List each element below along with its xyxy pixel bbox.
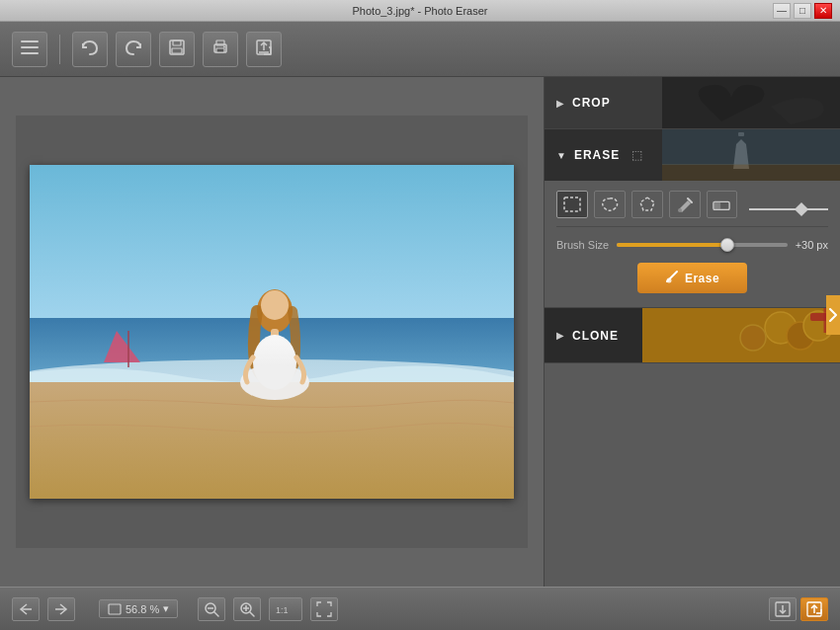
right-panel: ▶ CROP (544, 77, 840, 587)
svg-rect-2 (21, 52, 39, 54)
erase-button-row: Erase (556, 263, 828, 293)
erase-header[interactable]: ▼ ERASE ⬚ (545, 129, 840, 181)
brush-size-label: Brush Size (556, 239, 609, 251)
polygon-select-tool[interactable] (631, 191, 663, 218)
erase-button[interactable]: Erase (637, 263, 747, 293)
frame-icon (108, 603, 122, 615)
minimize-button[interactable]: — (773, 3, 791, 19)
menu-icon (21, 40, 39, 58)
zoom-out-button[interactable] (198, 597, 225, 621)
erase-section: ▼ ERASE ⬚ (545, 129, 840, 308)
undo-icon (81, 39, 99, 59)
erase-title: ERASE (574, 148, 620, 162)
svg-point-23 (261, 290, 289, 320)
bottom-right-buttons (769, 597, 828, 621)
svg-rect-5 (172, 48, 182, 53)
export-panel-button[interactable] (800, 597, 828, 621)
svg-line-48 (214, 612, 218, 616)
prev-frame-button[interactable] (12, 597, 40, 621)
tools-row (556, 191, 828, 227)
fit-zoom-button[interactable]: 1:1 (269, 597, 302, 621)
clone-section: ▶ CLONE (545, 308, 840, 363)
svg-rect-33 (714, 201, 720, 209)
right-panel-toggle[interactable] (826, 295, 840, 335)
zoom-value: 56.8 % (126, 603, 159, 615)
erase-content: Brush Size +30 px (545, 181, 840, 307)
arrow-right-icon (829, 308, 837, 322)
fit-page-button[interactable] (310, 597, 338, 621)
canvas-area[interactable] (0, 77, 544, 587)
brush-value: +30 px (796, 239, 828, 251)
menu-button[interactable] (12, 32, 47, 67)
next-frame-button[interactable] (47, 597, 75, 621)
redo-icon (125, 39, 142, 59)
svg-rect-29 (564, 197, 580, 211)
svg-rect-0 (21, 40, 39, 42)
svg-rect-28 (662, 129, 840, 165)
zoom-dropdown-icon: ▾ (163, 602, 169, 615)
clone-title: CLONE (572, 329, 619, 343)
export-button[interactable] (246, 32, 282, 67)
fit-page-icon (316, 601, 332, 617)
brush-slider[interactable] (617, 243, 787, 247)
svg-rect-27 (662, 164, 840, 181)
undo-button[interactable] (72, 32, 108, 67)
svg-line-52 (250, 612, 254, 616)
svg-point-31 (678, 208, 682, 212)
crop-arrow: ▶ (556, 98, 564, 109)
beach-photo (30, 165, 514, 499)
svg-rect-8 (216, 48, 224, 52)
toolbar (0, 22, 840, 77)
svg-rect-45 (109, 604, 121, 614)
canvas-inner (16, 116, 528, 548)
window-controls: — □ ✕ (773, 3, 832, 19)
zoom-out-icon (204, 601, 219, 617)
redo-button[interactable] (116, 32, 151, 67)
separator-1 (59, 35, 60, 64)
svg-point-40 (740, 325, 766, 351)
crop-section: ▶ CROP (545, 77, 840, 129)
svg-text:1:1: 1:1 (276, 605, 289, 615)
clone-header[interactable]: ▶ CLONE (545, 308, 840, 362)
export-icon (255, 39, 273, 60)
clone-header-content: ▶ CLONE (556, 329, 619, 343)
lasso-select-tool[interactable] (594, 191, 626, 218)
zoom-display[interactable]: 56.8 % ▾ (99, 599, 178, 618)
import-button[interactable] (769, 597, 797, 621)
window-title: Photo_3.jpg* - Photo Eraser (67, 5, 773, 17)
erase-arrow: ▼ (556, 150, 566, 161)
close-button[interactable]: ✕ (814, 3, 832, 19)
rect-select-tool[interactable] (556, 191, 588, 218)
export-panel-icon (806, 601, 822, 617)
fit-zoom-icon: 1:1 (275, 602, 296, 616)
svg-rect-1 (21, 46, 39, 48)
crop-title: CROP (572, 96, 611, 110)
erase-icon: ⬚ (631, 148, 642, 162)
eraser-tool[interactable] (707, 191, 738, 218)
photo-frame[interactable] (30, 165, 514, 499)
brush-line-indicator (749, 208, 828, 210)
zoom-in-button[interactable] (233, 597, 261, 621)
main-content: ▶ CROP (0, 77, 840, 587)
crop-header[interactable]: ▶ CROP (545, 77, 840, 128)
print-icon (211, 39, 229, 60)
brush-slider-track (617, 243, 727, 247)
brush-tool[interactable] (669, 191, 701, 218)
erase-btn-label: Erase (685, 272, 719, 285)
svg-point-9 (223, 45, 225, 47)
next-icon (54, 603, 68, 615)
save-button[interactable] (159, 32, 195, 67)
brush-size-row: Brush Size +30 px (556, 239, 828, 251)
import-icon (775, 601, 791, 617)
clone-arrow: ▶ (556, 330, 564, 341)
erase-header-content: ▼ ERASE ⬚ (556, 148, 642, 162)
svg-point-22 (240, 364, 309, 400)
maximize-button[interactable]: □ (794, 3, 811, 19)
crop-header-content: ▶ CROP (556, 96, 611, 110)
title-bar: Photo_3.jpg* - Photo Eraser — □ ✕ (0, 0, 840, 22)
bottom-bar: 56.8 % ▾ 1:1 (0, 587, 840, 630)
print-button[interactable] (203, 32, 238, 67)
erase-btn-icon (665, 270, 679, 286)
brush-slider-thumb[interactable] (720, 238, 734, 252)
zoom-in-icon (239, 601, 255, 617)
